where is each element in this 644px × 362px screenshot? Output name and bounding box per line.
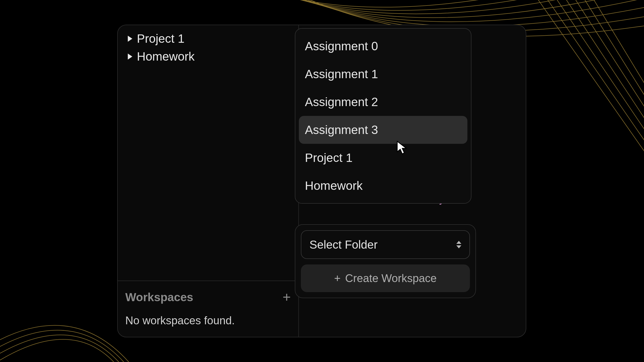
sidebar-file-tree: Project 1 Homework xyxy=(118,25,298,281)
create-workspace-panel: Select Folder + Create Workspace xyxy=(295,224,476,298)
tree-item-label: Homework xyxy=(137,50,194,63)
dropdown-item[interactable]: Homework xyxy=(299,172,467,200)
workspaces-empty-text: No workspaces found. xyxy=(125,314,291,327)
folder-dropdown-list: Assignment 0Assignment 1Assignment 2Assi… xyxy=(295,28,471,204)
dropdown-item[interactable]: Assignment 2 xyxy=(299,88,467,116)
dropdown-item[interactable]: Assignment 0 xyxy=(299,32,467,60)
sidebar-workspaces-section: Workspaces + No workspaces found. xyxy=(118,281,298,337)
folder-dropdown: Assignment 0Assignment 1Assignment 2Assi… xyxy=(295,28,471,204)
dropdown-item[interactable]: Project 1 xyxy=(299,144,467,172)
chevron-right-icon xyxy=(128,54,132,60)
tree-item-homework[interactable]: Homework xyxy=(118,48,298,65)
create-workspace-label: Create Workspace xyxy=(345,272,437,285)
tree-item-project-1[interactable]: Project 1 xyxy=(118,30,298,48)
dropdown-item[interactable]: Assignment 3 xyxy=(299,116,467,144)
chevron-right-icon xyxy=(128,36,132,42)
workspaces-title: Workspaces xyxy=(125,290,193,304)
workspaces-header: Workspaces + xyxy=(125,290,291,304)
dropdown-item[interactable]: Assignment 1 xyxy=(299,60,467,88)
select-folder-label: Select Folder xyxy=(309,238,378,251)
sidebar: Project 1 Homework Workspaces + No works… xyxy=(118,25,299,337)
add-workspace-button[interactable]: + xyxy=(283,290,291,304)
plus-icon: + xyxy=(334,272,341,285)
updown-caret-icon xyxy=(456,241,461,248)
create-workspace-button[interactable]: + Create Workspace xyxy=(301,264,470,292)
tree-item-label: Project 1 xyxy=(137,32,184,46)
editor-line xyxy=(420,208,526,226)
select-folder-dropdown[interactable]: Select Folder xyxy=(301,230,470,259)
